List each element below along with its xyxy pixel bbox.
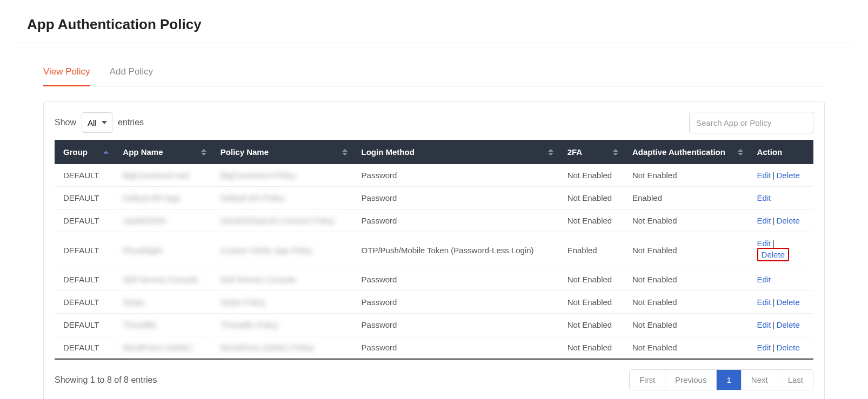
edit-link[interactable]: Edit xyxy=(757,193,771,202)
entries-select[interactable]: All xyxy=(82,112,112,133)
cell-adaptive: Not Enabled xyxy=(624,336,749,360)
cell-action: Edit|Delete xyxy=(749,209,813,232)
sort-icon xyxy=(201,149,206,155)
pager-next[interactable]: Next xyxy=(741,370,778,390)
table-info: Showing 1 to 8 of 8 entries xyxy=(55,375,157,385)
cell-group: DEFAULT xyxy=(55,314,114,336)
entries-label: entries xyxy=(118,118,144,127)
edit-link[interactable]: Edit xyxy=(757,320,771,329)
cell-app-name: Stripe xyxy=(114,291,212,314)
table-row: DEFAULTWordPress (SAML)WordPress (SAML) … xyxy=(55,336,813,360)
cell-group: DEFAULT xyxy=(55,232,114,268)
table-row: DEFAULToauth02003OAuth2/OpenID Connect P… xyxy=(55,209,813,232)
delete-link[interactable]: Delete xyxy=(776,343,799,352)
pager-prev[interactable]: Previous xyxy=(665,370,716,390)
table-row: DEFAULTThreadfixThreadfix PolicyPassword… xyxy=(55,314,813,336)
delete-link[interactable]: Delete xyxy=(776,320,799,329)
cell-login-method: Password xyxy=(353,336,559,360)
cell-policy-name: WordPress (SAML) Policy xyxy=(212,336,353,360)
tab-add-policy[interactable]: Add Policy xyxy=(110,62,153,86)
action-separator: | xyxy=(771,171,776,180)
table-row: DEFAULTPluralSightCustom SAML App Policy… xyxy=(55,232,813,268)
cell-2fa: Not Enabled xyxy=(559,291,624,314)
show-label: Show xyxy=(55,118,76,127)
action-separator: | xyxy=(771,216,776,225)
edit-link[interactable]: Edit xyxy=(757,275,771,284)
tab-view-policy[interactable]: View Policy xyxy=(43,62,90,86)
cell-policy-name: Default API Policy xyxy=(212,187,353,209)
delete-link[interactable]: Delete xyxy=(776,171,799,180)
cell-adaptive: Not Enabled xyxy=(624,314,749,336)
edit-link[interactable]: Edit xyxy=(757,171,771,180)
edit-link[interactable]: Edit xyxy=(757,343,771,352)
col-adaptive-label: Adaptive Authentication xyxy=(632,147,725,157)
cell-login-method: Password xyxy=(353,209,559,232)
cell-app-name: Self Service Console xyxy=(114,268,212,291)
cell-policy-name: Custom SAML App Policy xyxy=(212,232,353,268)
col-group[interactable]: Group xyxy=(55,140,114,164)
cell-policy-name: Threadfix Policy xyxy=(212,314,353,336)
cell-app-name: BigCommerce test xyxy=(114,164,212,187)
action-separator: | xyxy=(771,320,776,329)
cell-app-name: PluralSight xyxy=(114,232,212,268)
cell-adaptive: Not Enabled xyxy=(624,209,749,232)
col-group-label: Group xyxy=(63,147,88,157)
cell-app-name: Threadfix xyxy=(114,314,212,336)
cell-policy-name: BigCommerce Policy xyxy=(212,164,353,187)
col-policy-name[interactable]: Policy Name xyxy=(212,140,353,164)
sort-icon xyxy=(613,149,618,155)
sort-icon xyxy=(103,151,109,153)
policy-table: Group App Name Policy Name Login Me xyxy=(55,140,813,360)
cell-group: DEFAULT xyxy=(55,336,114,360)
delete-link[interactable]: Delete xyxy=(776,297,799,307)
pager-page-1[interactable]: 1 xyxy=(716,370,740,390)
edit-link[interactable]: Edit xyxy=(757,297,771,307)
col-app-name[interactable]: App Name xyxy=(114,140,212,164)
cell-2fa: Not Enabled xyxy=(559,314,624,336)
policy-card: Show All entries Group xyxy=(43,102,825,399)
cell-action: Edit xyxy=(749,187,813,209)
cell-login-method: OTP/Push/Mobile Token (Password-Less Log… xyxy=(353,232,559,268)
cell-action: Edit|Delete xyxy=(749,291,813,314)
cell-action: Edit|Delete xyxy=(749,232,813,268)
cell-group: DEFAULT xyxy=(55,187,114,209)
cell-2fa: Not Enabled xyxy=(559,187,624,209)
cell-login-method: Password xyxy=(353,268,559,291)
cell-adaptive: Not Enabled xyxy=(624,291,749,314)
pager: First Previous 1 Next Last xyxy=(629,369,813,390)
edit-link[interactable]: Edit xyxy=(757,216,771,225)
search-input[interactable] xyxy=(689,112,813,133)
pager-first[interactable]: First xyxy=(630,370,665,390)
col-action-label: Action xyxy=(757,147,783,157)
action-separator: | xyxy=(771,297,776,307)
sort-icon xyxy=(548,149,553,155)
table-row: DEFAULTDefault API AppDefault API Policy… xyxy=(55,187,813,209)
page-title: App Authentication Policy xyxy=(16,11,852,43)
cell-login-method: Password xyxy=(353,314,559,336)
sort-icon xyxy=(738,149,743,155)
delete-link[interactable]: Delete xyxy=(757,248,789,261)
pager-last[interactable]: Last xyxy=(778,370,813,390)
cell-policy-name: Stripe Policy xyxy=(212,291,353,314)
edit-link[interactable]: Edit xyxy=(757,239,771,248)
tabs: View Policy Add Policy xyxy=(43,62,825,86)
cell-adaptive: Not Enabled xyxy=(624,164,749,187)
table-row: DEFAULTSelf Service ConsoleSelf Service … xyxy=(55,268,813,291)
cell-action: Edit|Delete xyxy=(749,314,813,336)
col-adaptive-auth[interactable]: Adaptive Authentication xyxy=(624,140,749,164)
cell-adaptive: Not Enabled xyxy=(624,268,749,291)
cell-group: DEFAULT xyxy=(55,164,114,187)
col-2fa[interactable]: 2FA xyxy=(559,140,624,164)
action-separator: | xyxy=(771,343,776,352)
cell-app-name: Default API App xyxy=(114,187,212,209)
col-login-label: Login Method xyxy=(362,147,415,157)
col-policy-label: Policy Name xyxy=(221,147,269,157)
delete-link[interactable]: Delete xyxy=(776,216,799,225)
cell-2fa: Not Enabled xyxy=(559,268,624,291)
cell-2fa: Enabled xyxy=(559,232,624,268)
col-action: Action xyxy=(749,140,813,164)
col-login-method[interactable]: Login Method xyxy=(353,140,559,164)
cell-action: Edit|Delete xyxy=(749,336,813,360)
cell-group: DEFAULT xyxy=(55,209,114,232)
cell-login-method: Password xyxy=(353,187,559,209)
